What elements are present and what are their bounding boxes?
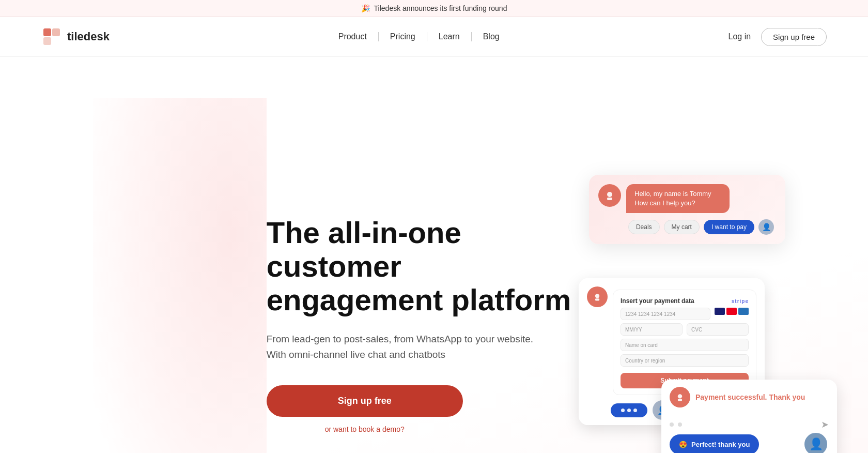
card-number-text: 1234 1234 1234 1234 [625,311,675,317]
nav-learn[interactable]: Learn [427,29,471,44]
input-dot-2 [678,422,682,427]
hero-illustration: Hello, my name is Tommy How can I help y… [579,175,827,453]
chip-pay[interactable]: I want to pay [704,220,754,234]
expiry-cvc-row: MM/YY CVC [621,323,749,336]
amex-icon [738,308,749,315]
payment-form-title: Insert your payment data stripe [621,297,749,305]
svg-rect-8 [678,399,682,401]
signup-cta-button[interactable]: Sign up free [267,385,463,417]
user-avatar-small: 👤 [758,219,774,235]
name-row: Name on card [621,339,749,351]
svg-rect-2 [43,37,51,45]
user-avatar-large: 👤 [803,431,829,453]
svg-point-3 [607,192,612,197]
country-text: Country or region [625,358,665,364]
typing-bubble [611,403,647,417]
success-text: Payment successful. Thank you [695,393,805,401]
header: tiledesk Product Pricing Learn Blog Log … [0,17,868,57]
card-number-row: 1234 1234 1234 1234 [621,308,749,320]
login-button[interactable]: Log in [729,32,751,41]
thank-you-row: 😍 Perfect! thank you 👤 [670,431,829,453]
nav: Product Pricing Learn Blog [327,29,511,44]
chip-cart[interactable]: My cart [664,220,700,234]
expiry-text: MM/YY [625,327,642,333]
typing-dot-3 [633,409,637,412]
background-blob [93,98,267,453]
name-text: Name on card [625,342,658,348]
mastercard-icon [726,308,737,315]
nav-pricing[interactable]: Pricing [379,29,427,44]
payment-header-row: Insert your payment data stripe 1234 123… [579,278,765,395]
hero-section: The all-in-one customer engagement platf… [0,57,868,453]
visa-icon [715,308,725,315]
input-row: ➤ [670,415,829,431]
hero-subtitle: From lead-gen to post-sales, from WhatsA… [267,331,546,363]
announcement-text: Tiledesk announces its first funding rou… [374,4,507,12]
logo-icon [41,26,62,47]
country-row: Country or region [621,354,749,367]
cvc-field[interactable]: CVC [687,323,749,336]
nav-product[interactable]: Product [327,29,378,44]
announcement-icon: 🎉 [361,4,370,12]
svg-rect-0 [43,28,51,36]
action-chips-row: Deals My cart I want to pay 👤 [598,219,776,235]
logo[interactable]: tiledesk [41,26,110,47]
stripe-badge: stripe [732,298,749,304]
country-field[interactable]: Country or region [621,354,749,367]
thank-you-text: Perfect! thank you [691,441,750,448]
chat-panel-success: Payment successful. Thank you ➤ 😍 Perfec… [661,380,837,453]
announcement-bar: 🎉 Tiledesk announces its first funding r… [0,0,868,17]
svg-point-5 [595,294,599,298]
cvc-text: CVC [691,327,702,333]
input-dot-1 [670,422,674,427]
expiry-field[interactable]: MM/YY [621,323,683,336]
card-number-field[interactable]: 1234 1234 1234 1234 [621,308,710,320]
success-row: Payment successful. Thank you [670,387,829,407]
hero-left: The all-in-one customer engagement platf… [267,216,579,434]
card-icons [715,308,749,320]
bot-avatar [598,184,621,207]
name-field[interactable]: Name on card [621,339,749,351]
spacer [587,401,606,419]
bot-icon [603,189,616,202]
success-bot-avatar [670,387,690,407]
bot-greeting-row: Hello, my name is Tommy How can I help y… [598,184,776,213]
nav-actions: Log in Sign up free [729,28,827,46]
svg-rect-1 [52,28,60,36]
chip-deals[interactable]: Deals [628,220,660,234]
svg-point-7 [678,394,682,398]
bot-greeting-bubble: Hello, my name is Tommy How can I help y… [626,184,730,213]
thank-you-emoji: 😍 [679,441,687,448]
success-bot-icon [675,392,685,402]
typing-dot-1 [621,409,625,412]
svg-rect-6 [595,298,599,300]
nav-blog[interactable]: Blog [472,29,511,44]
demo-link[interactable]: or want to book a demo? [267,425,463,433]
send-icon[interactable]: ➤ [821,419,829,430]
logo-text: tiledesk [67,30,110,43]
hero-title: The all-in-one customer engagement platf… [267,216,579,317]
signup-button-header[interactable]: Sign up free [761,28,827,46]
svg-rect-4 [607,198,612,200]
payment-bot-avatar [587,286,608,307]
typing-dot-2 [627,409,631,412]
chat-panel-greeting: Hello, my name is Tommy How can I help y… [589,175,785,244]
payment-bot-icon [592,292,602,302]
thank-you-bubble: 😍 Perfect! thank you [670,434,759,454]
